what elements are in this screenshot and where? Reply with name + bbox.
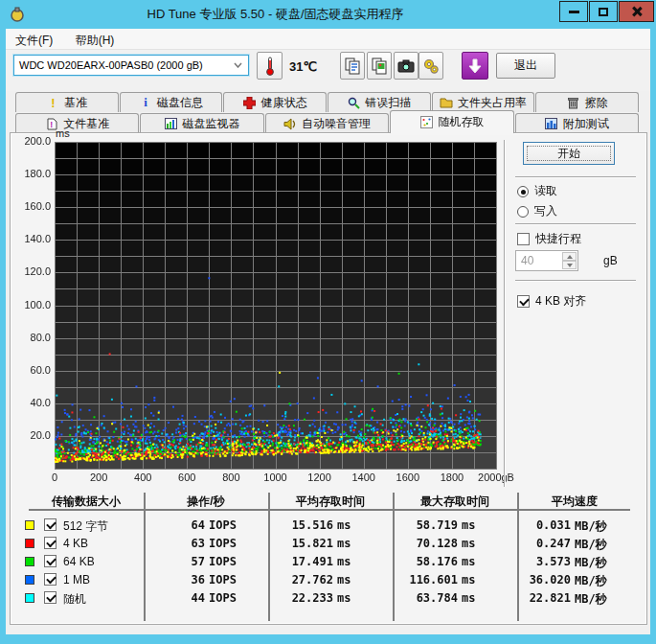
unit-avg: ms	[337, 518, 351, 532]
value-max: 58.719	[372, 518, 458, 532]
tab-disk-info[interactable]: i 磁盘信息	[120, 92, 223, 112]
unit-max: ms	[462, 518, 475, 532]
series-color-swatch	[25, 539, 34, 548]
screenshot-button[interactable]	[394, 52, 418, 80]
align-checkbox[interactable]: 4 KB 对齐	[517, 293, 586, 310]
unit-max: ms	[462, 537, 475, 550]
drive-select[interactable]: WDC WD20EARX-00PASB0 (2000 gB)	[13, 55, 249, 76]
copy-image-icon	[372, 58, 387, 75]
unit-iops: IOPS	[209, 573, 237, 586]
update-button[interactable]	[462, 52, 488, 80]
value-iops: 64	[119, 518, 205, 532]
spin-up-button[interactable]	[562, 252, 577, 261]
random-access-icon	[419, 116, 433, 129]
value-max: 70.128	[372, 537, 458, 550]
copy-text-button[interactable]	[340, 52, 365, 80]
col-header-max-access: 最大存取时间	[393, 494, 517, 510]
tab-extra-tests[interactable]: 附加测试	[515, 113, 639, 133]
minimize-icon	[569, 11, 579, 13]
table-row: 1 MB36IOPS27.762ms116.601ms36.020MB/秒	[0, 572, 656, 589]
col-header-avg-access: 平均存取时间	[268, 494, 393, 510]
series-checkbox[interactable]	[44, 555, 57, 567]
magnifier-icon	[347, 96, 360, 109]
unit-avg: ms	[337, 555, 351, 568]
shortstroke-checkbox[interactable]: 快捷行程	[517, 231, 581, 247]
series-checkbox[interactable]	[44, 573, 57, 586]
table-row: 4 KB63IOPS15.821ms70.128ms0.247MB/秒	[0, 536, 656, 553]
radio-icon	[517, 206, 529, 218]
tab-random-access[interactable]: 随机存取	[390, 110, 513, 133]
value-avg: 15.516	[247, 518, 333, 532]
value-avg: 17.491	[247, 555, 333, 568]
spin-down-button[interactable]	[562, 261, 577, 269]
tab-folder-usage[interactable]: 文件夹占用率	[432, 92, 535, 112]
stroke-size-input[interactable]: 40	[515, 250, 578, 271]
table-header-underline	[29, 509, 630, 511]
separator	[515, 176, 636, 178]
menu-bar: 文件(F) 帮助(H)	[6, 29, 650, 50]
unit-speed: MB/秒	[575, 591, 607, 608]
tab-erase[interactable]: 擦除	[535, 92, 639, 112]
maximize-button[interactable]	[589, 1, 618, 22]
arrow-down-icon	[567, 264, 573, 267]
gears-icon	[422, 58, 440, 75]
tab-row-1: ! 基准 i 磁盘信息 健康状态 错误扫描 文件夹占用率	[15, 91, 640, 112]
series-color-swatch	[25, 520, 34, 530]
read-radio[interactable]: 读取	[517, 183, 557, 199]
exit-button[interactable]: 退出	[496, 53, 555, 79]
arrow-up-icon	[567, 255, 573, 259]
exclamation-icon: !	[46, 96, 59, 109]
y-axis-unit-label: ms	[56, 127, 70, 139]
series-label: 64 KB	[63, 555, 95, 568]
table-row: 随机44IOPS22.233ms63.784ms22.821MB/秒	[0, 590, 656, 608]
tab-error-scan[interactable]: 错误扫描	[328, 92, 431, 112]
tab-health[interactable]: 健康状态	[223, 92, 327, 112]
start-button[interactable]: 开始	[523, 142, 615, 165]
unit-max: ms	[462, 591, 475, 605]
close-button[interactable]	[619, 1, 654, 22]
title-bar: HD Tune 专业版 5.50 - 硬盘/固态硬盘实用程序	[0, 0, 656, 29]
unit-speed: MB/秒	[575, 537, 607, 553]
unit-max: ms	[462, 573, 475, 586]
separator	[515, 223, 636, 225]
value-max: 58.176	[372, 555, 458, 568]
unit-max: ms	[462, 555, 475, 568]
write-radio[interactable]: 写入	[517, 203, 557, 219]
value-iops: 44	[119, 591, 205, 605]
unit-iops: IOPS	[209, 555, 237, 568]
series-color-swatch	[25, 575, 34, 585]
unit-avg: ms	[337, 573, 351, 586]
tab-file-benchmark[interactable]: ! 文件基准	[15, 113, 139, 133]
copy-image-button[interactable]	[367, 52, 392, 80]
temperature-button[interactable]	[257, 52, 283, 80]
chevron-down-icon[interactable]	[230, 58, 246, 73]
minimize-button[interactable]	[559, 1, 588, 22]
radio-icon	[517, 186, 529, 197]
checkbox-icon	[517, 233, 530, 245]
series-label: 随机	[63, 591, 86, 608]
vertical-separator	[504, 140, 506, 487]
unit-iops: IOPS	[209, 591, 237, 605]
value-avg: 15.821	[247, 537, 333, 550]
value-avg: 22.233	[247, 591, 333, 605]
series-checkbox[interactable]	[44, 518, 57, 531]
value-speed: 22.821	[485, 591, 571, 605]
table-row: 64 KB57IOPS17.491ms58.176ms3.573MB/秒	[0, 554, 656, 571]
bar-chart-icon	[165, 117, 178, 130]
copy-text-icon	[345, 58, 360, 75]
tab-disk-monitor[interactable]: 磁盘监视器	[140, 113, 263, 133]
value-iops: 57	[119, 555, 205, 568]
tab-benchmark[interactable]: ! 基准	[15, 92, 119, 112]
temperature-value: 31℃	[289, 59, 317, 74]
value-max: 63.784	[372, 591, 458, 605]
unit-avg: ms	[337, 537, 351, 550]
value-speed: 36.020	[485, 573, 571, 586]
tab-aam[interactable]: 自动噪音管理	[265, 113, 389, 133]
series-checkbox[interactable]	[44, 537, 57, 549]
close-icon	[631, 6, 643, 17]
series-color-swatch	[25, 557, 34, 566]
settings-button[interactable]	[418, 52, 443, 80]
unit-avg: ms	[337, 591, 351, 605]
trash-icon	[567, 96, 580, 109]
series-checkbox[interactable]	[44, 591, 57, 604]
